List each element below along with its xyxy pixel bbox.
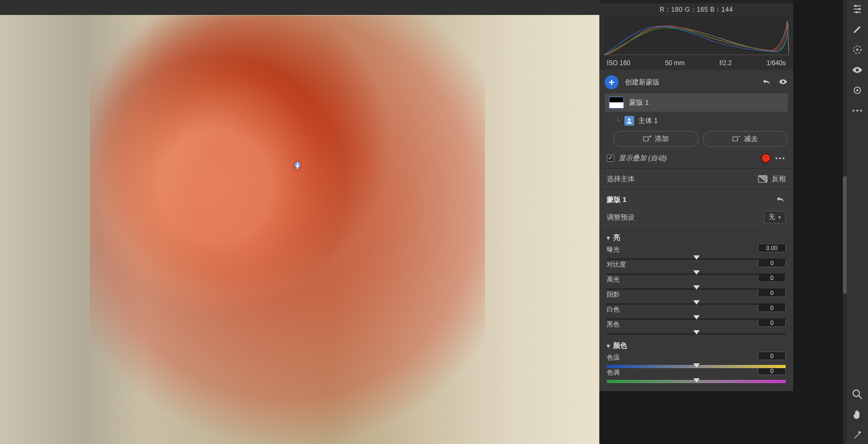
radial-icon[interactable] <box>851 44 864 56</box>
scrollbar-thumb[interactable] <box>843 176 847 294</box>
invert-button[interactable]: 反相 <box>758 174 786 184</box>
light-group: ▾ 亮 曝光 0.00 对比度 0 <box>599 229 793 337</box>
sub-mask-item[interactable]: └ 主体 1 <box>605 114 788 130</box>
slider-row: 阴影 0 <box>607 291 786 305</box>
mask-thumbnail <box>609 97 624 108</box>
slider-label: 曝光 <box>607 245 635 254</box>
preset-label: 调整预设 <box>607 213 635 222</box>
zoom-icon[interactable] <box>851 388 864 400</box>
slider-track[interactable] <box>607 301 786 307</box>
svg-rect-3 <box>733 137 738 141</box>
slider-row: 对比度 0 <box>607 261 786 275</box>
slider-thumb[interactable] <box>693 330 700 334</box>
slider-value-input[interactable]: 0.00 <box>758 244 786 252</box>
mask-panel: + 创建新蒙版 蒙版 1 └ <box>599 70 793 168</box>
slider-row: 高光 0 <box>607 276 786 290</box>
exif-shutter: 1/640s <box>767 59 786 67</box>
slider-thumb[interactable] <box>693 378 700 383</box>
slider-thumb[interactable] <box>693 300 700 305</box>
slider-row: 色温 0 <box>607 354 786 368</box>
canvas-image <box>0 15 599 444</box>
slider-row: 黑色 0 <box>607 321 786 334</box>
create-mask-label: 创建新蒙版 <box>625 77 756 87</box>
subject-pin[interactable] <box>293 161 302 173</box>
eye-icon[interactable] <box>851 64 864 76</box>
slider-track[interactable] <box>607 331 786 337</box>
svg-point-6 <box>858 8 861 10</box>
slider-value-input[interactable]: 0 <box>758 352 786 360</box>
visibility-icon[interactable] <box>778 79 788 86</box>
slider-thumb[interactable] <box>693 255 700 260</box>
select-subject-label: 选择主体 <box>607 174 635 184</box>
slider-track[interactable] <box>607 271 786 277</box>
slider-thumb[interactable] <box>693 270 700 275</box>
slider-label: 色温 <box>607 353 635 362</box>
color-group-header[interactable]: ▾ 颜色 <box>607 341 786 350</box>
exif-strip: ISO 160 50 mm f/2.2 1/640s <box>604 57 789 67</box>
add-mask-button[interactable]: 添加 <box>613 131 699 147</box>
right-panel: R：180 G：165 B：144 ISO 160 50 mm f/2.2 <box>599 0 793 391</box>
overlay-label: 显示叠加 (自动) <box>619 153 757 163</box>
mask-settings-title: 蒙版 1 <box>607 195 627 205</box>
subtract-mask-button[interactable]: 减去 <box>703 131 788 147</box>
svg-point-1 <box>628 119 630 121</box>
svg-point-15 <box>853 390 859 396</box>
canvas-viewport[interactable] <box>0 0 599 444</box>
select-subject-section: 选择主体 反相 <box>599 168 793 189</box>
slider-row: 色调 0 <box>607 369 786 383</box>
svg-point-9 <box>856 49 858 51</box>
slider-track[interactable] <box>607 379 786 385</box>
create-mask-button[interactable]: + <box>605 75 619 89</box>
wand-icon[interactable] <box>851 429 864 441</box>
svg-point-7 <box>856 11 858 13</box>
light-group-header[interactable]: ▾ 亮 <box>607 233 786 243</box>
preset-dropdown[interactable]: 无 ▾ <box>764 211 786 223</box>
svg-rect-2 <box>644 137 648 141</box>
reset-icon[interactable] <box>776 196 786 205</box>
svg-point-0 <box>296 163 298 165</box>
slider-thumb[interactable] <box>693 285 700 290</box>
exif-aperture: f/2.2 <box>720 59 732 67</box>
chevron-down-icon: ▾ <box>607 342 610 349</box>
exif-focal: 50 mm <box>665 59 685 67</box>
svg-point-14 <box>860 110 862 112</box>
overlay-checkbox[interactable] <box>607 154 614 162</box>
sub-mask-name: 主体 1 <box>638 116 658 126</box>
more-icon[interactable] <box>851 105 864 116</box>
mask-item[interactable]: 蒙版 1 <box>605 94 788 112</box>
histogram[interactable] <box>604 17 789 55</box>
subject-icon <box>624 116 634 126</box>
overlay-options-icon[interactable]: ••• <box>775 154 786 162</box>
rgb-readout: R：180 G：165 B：144 <box>604 5 789 15</box>
slider-thumb[interactable] <box>693 363 700 368</box>
exif-iso: ISO 160 <box>607 59 630 67</box>
hand-icon[interactable] <box>851 409 864 420</box>
slider-track[interactable] <box>607 316 786 322</box>
overlay-toggle-row: 显示叠加 (自动) ••• <box>605 147 788 168</box>
mask-name: 蒙版 1 <box>629 98 649 107</box>
slider-track[interactable] <box>607 286 786 292</box>
overlay-color-swatch[interactable] <box>761 153 771 163</box>
slider-track[interactable] <box>607 364 786 370</box>
slider-thumb[interactable] <box>693 315 700 320</box>
undo-icon[interactable] <box>762 79 772 86</box>
slider-track[interactable] <box>607 256 786 262</box>
svg-point-11 <box>856 89 858 91</box>
tool-rail <box>847 0 868 444</box>
sliders-icon[interactable] <box>851 3 864 15</box>
slider-row: 曝光 0.00 <box>607 246 786 260</box>
chevron-down-icon: ▾ <box>778 214 781 220</box>
histogram-section: R：180 G：165 B：144 ISO 160 50 mm f/2.2 <box>599 3 793 70</box>
mask-settings-section: 蒙版 1 调整预设 无 ▾ <box>599 189 793 229</box>
heal-icon[interactable] <box>851 84 864 96</box>
brush-icon[interactable] <box>851 24 864 35</box>
slider-row: 白色 0 <box>607 306 786 320</box>
chevron-down-icon: ▾ <box>607 235 610 242</box>
tree-connector: └ <box>615 117 620 124</box>
svg-point-12 <box>853 110 855 112</box>
svg-point-5 <box>855 5 857 7</box>
color-group: ▾ 颜色 色温 0 色调 0 <box>599 337 793 391</box>
svg-point-13 <box>856 110 858 112</box>
